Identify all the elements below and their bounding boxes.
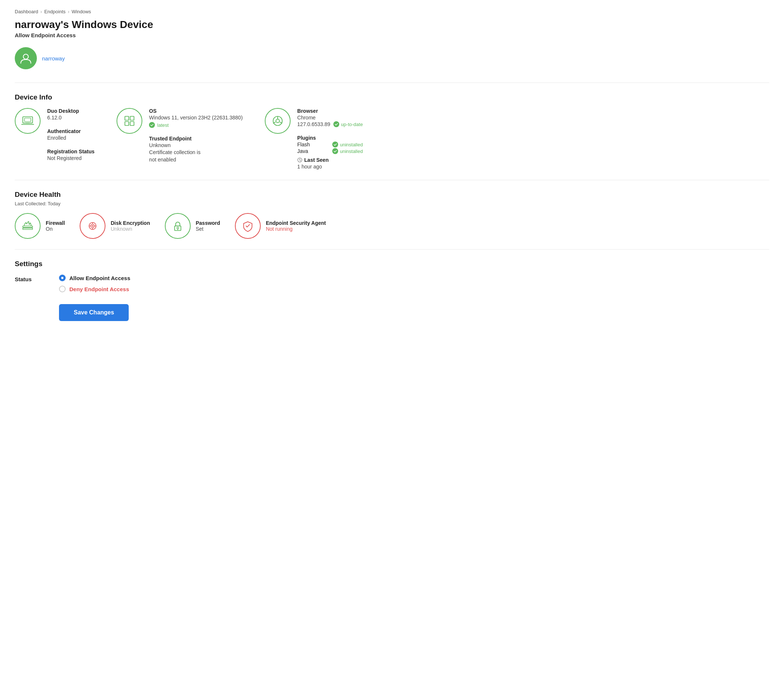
radio-allow[interactable]: Allow Endpoint Access <box>59 275 130 281</box>
os-info: OS Windows 11, version 23H2 (22631.3880)… <box>149 108 243 163</box>
browser-info: Browser Chrome 127.0.6533.89 up-to-date … <box>297 108 363 169</box>
authenticator-value: Enrolled <box>47 135 94 141</box>
page-subtitle: Allow Endpoint Access <box>15 32 769 38</box>
disk-encryption-icon <box>80 213 106 239</box>
user-link[interactable]: narroway <box>42 55 65 62</box>
health-password: Password Set <box>165 213 220 239</box>
settings-title: Settings <box>15 260 769 268</box>
svg-line-16 <box>300 160 301 161</box>
password-label: Password <box>196 220 220 226</box>
radio-group: Allow Endpoint Access Deny Endpoint Acce… <box>59 275 130 292</box>
browser-version: 127.0.6533.89 <box>297 121 330 127</box>
os-latest-badge: latest <box>157 122 168 128</box>
firewall-icon <box>15 213 40 239</box>
divider-3 <box>15 249 769 250</box>
duo-desktop-info: Duo Desktop 6.12.0 Authenticator Enrolle… <box>47 108 94 161</box>
browser-label: Browser <box>297 108 363 114</box>
breadcrumb-sep-2: › <box>68 9 69 14</box>
svg-point-0 <box>23 54 28 59</box>
duo-desktop-col: Duo Desktop 6.12.0 Authenticator Enrolle… <box>15 108 94 169</box>
trusted-endpoint-label: Trusted Endpoint <box>149 136 243 141</box>
svg-rect-1 <box>23 117 33 123</box>
authenticator-label: Authenticator <box>47 128 94 134</box>
breadcrumb-current: Windows <box>72 9 91 14</box>
disk-encryption-value: Unknown <box>110 226 150 232</box>
plugin-java-status: uninstalled <box>332 148 363 154</box>
device-health-collected: Last Collected: Today <box>15 201 769 207</box>
divider-2 <box>15 180 769 180</box>
svg-point-10 <box>276 119 280 123</box>
health-firewall: Firewall On <box>15 213 65 239</box>
last-seen-row: Last Seen <box>297 157 363 163</box>
radio-deny-label: Deny Endpoint Access <box>69 286 129 292</box>
svg-rect-8 <box>130 122 134 125</box>
disk-encryption-info: Disk Encryption Unknown <box>110 220 150 232</box>
device-info-title: Device Info <box>15 93 769 101</box>
registration-label: Registration Status <box>47 149 94 154</box>
svg-rect-4 <box>24 118 31 122</box>
trusted-endpoint-note: Certificate collection is not enabled <box>149 149 208 163</box>
password-value: Set <box>196 226 220 232</box>
breadcrumb: Dashboard › Endpoints › Windows <box>15 9 769 14</box>
firewall-value: On <box>46 226 65 232</box>
password-icon <box>165 213 191 239</box>
breadcrumb-endpoints[interactable]: Endpoints <box>44 9 65 14</box>
plugins-label: Plugins <box>297 135 363 141</box>
user-row: narroway <box>15 47 769 69</box>
password-info: Password Set <box>196 220 220 232</box>
firewall-label: Firewall <box>46 220 65 226</box>
duo-desktop-label: Duo Desktop <box>47 108 94 114</box>
settings-status-label: Status <box>15 275 44 282</box>
breadcrumb-sep-1: › <box>40 9 42 14</box>
disk-encryption-label: Disk Encryption <box>110 220 150 226</box>
duo-desktop-version: 6.12.0 <box>47 115 94 121</box>
laptop-icon <box>15 108 40 134</box>
plugin-flash-status: uninstalled <box>332 141 363 148</box>
endpoint-security-icon <box>235 213 261 239</box>
settings-status-row: Status Allow Endpoint Access Deny Endpoi… <box>15 275 769 292</box>
chrome-icon <box>265 108 291 134</box>
plugin-java-row: Java uninstalled <box>297 148 363 154</box>
page-title: narroway's Windows Device <box>15 19 769 31</box>
firewall-info: Firewall On <box>46 220 65 232</box>
svg-rect-7 <box>125 122 129 125</box>
svg-rect-18 <box>23 228 33 230</box>
uptodate-check-icon <box>333 121 339 127</box>
trusted-endpoint-value: Unknown <box>149 142 243 148</box>
svg-point-27 <box>177 227 179 229</box>
os-label: OS <box>149 108 243 114</box>
svg-rect-5 <box>125 117 129 120</box>
health-endpoint-security: Endpoint Security Agent Not running <box>235 213 326 239</box>
windows-icon <box>117 108 142 134</box>
radio-deny-circle <box>59 286 65 292</box>
health-grid: Firewall On Disk Encryption Unknown <box>15 213 769 239</box>
browser-uptodate-badge: up-to-date <box>341 122 363 127</box>
latest-check-icon <box>149 122 155 128</box>
health-disk-encryption: Disk Encryption Unknown <box>80 213 150 239</box>
plugin-java-name: Java <box>297 148 308 154</box>
browser-value: Chrome <box>297 115 363 121</box>
save-changes-button[interactable]: Save Changes <box>59 304 129 321</box>
endpoint-security-value: Not running <box>266 226 326 232</box>
os-col: OS Windows 11, version 23H2 (22631.3880)… <box>117 108 243 169</box>
avatar <box>15 47 37 69</box>
device-info-grid: Duo Desktop 6.12.0 Authenticator Enrolle… <box>15 108 769 169</box>
os-value: Windows 11, version 23H2 (22631.3880) <box>149 115 243 121</box>
last-seen-label: Last Seen <box>304 157 328 163</box>
plugin-flash-name: Flash <box>297 141 310 148</box>
breadcrumb-dashboard[interactable]: Dashboard <box>15 9 38 14</box>
radio-deny[interactable]: Deny Endpoint Access <box>59 286 130 292</box>
divider-1 <box>15 82 769 83</box>
plugin-flash-row: Flash uninstalled <box>297 141 363 148</box>
last-seen-value: 1 hour ago <box>297 164 363 169</box>
browser-col: Browser Chrome 127.0.6533.89 up-to-date … <box>265 108 363 169</box>
radio-allow-circle <box>59 275 65 281</box>
svg-rect-6 <box>130 117 134 120</box>
registration-value: Not Registered <box>47 155 94 161</box>
endpoint-security-label: Endpoint Security Agent <box>266 220 326 226</box>
device-health-title: Device Health <box>15 191 769 199</box>
svg-point-25 <box>92 225 93 227</box>
endpoint-security-info: Endpoint Security Agent Not running <box>266 220 326 232</box>
radio-allow-label: Allow Endpoint Access <box>69 275 130 281</box>
